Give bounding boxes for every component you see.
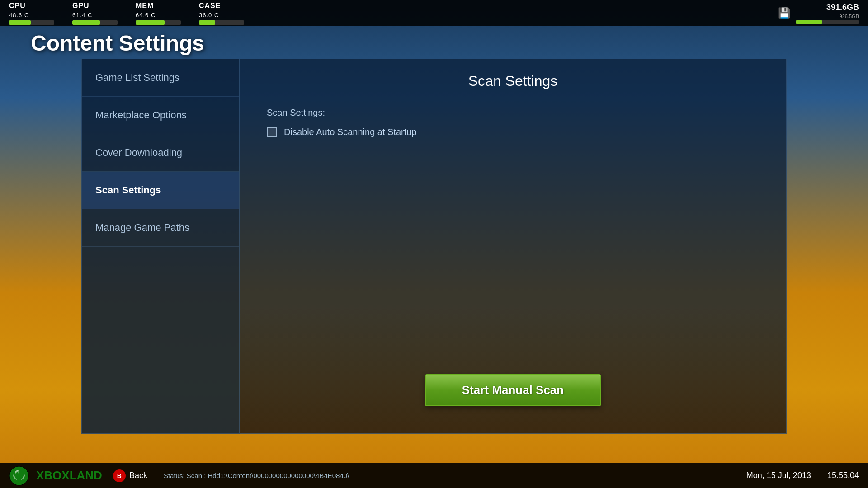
- top-bar: CPU 48.6 C GPU 61.4 C MEM 64.6 C CASE 36…: [0, 0, 868, 26]
- cpu-stat: CPU 48.6 C: [9, 2, 54, 25]
- sidebar-item-scan-settings[interactable]: Scan Settings: [82, 172, 239, 209]
- right-panel: Scan Settings Scan Settings: Disable Aut…: [240, 59, 787, 434]
- case-stat: CASE 36.0 C: [199, 2, 244, 25]
- mem-label: MEM: [136, 2, 181, 10]
- cpu-bar: [9, 20, 31, 25]
- main-container: Game List Settings Marketplace Options C…: [81, 59, 787, 434]
- bottom-bar: XBOXLAND B Back Status: Scan : Hdd1:\Con…: [0, 463, 868, 488]
- storage-section: 💾 391.6GB 926.5GB: [778, 3, 859, 24]
- gpu-bar-container: [72, 20, 118, 25]
- mem-stat: MEM 64.6 C: [136, 2, 181, 25]
- sidebar-item-game-list-settings[interactable]: Game List Settings: [82, 59, 239, 97]
- gpu-stat: GPU 61.4 C: [72, 2, 118, 25]
- storage-sub: 926.5GB: [796, 14, 859, 19]
- sidebar-item-manage-game-paths[interactable]: Manage Game Paths: [82, 209, 239, 247]
- status-text: Status: Scan : Hdd1:\Content\00000000000…: [164, 472, 739, 479]
- b-button-icon: B: [113, 469, 126, 482]
- cpu-label: CPU: [9, 2, 54, 10]
- xbox-logo-icon: [9, 466, 29, 486]
- date-display: Mon, 15 Jul, 2013: [746, 471, 811, 480]
- brand-text: XBOXLAND: [36, 469, 102, 483]
- page-title: Content Settings: [31, 31, 204, 56]
- case-bar-container: [199, 20, 244, 25]
- back-button[interactable]: B Back: [113, 469, 147, 482]
- gpu-label: GPU: [72, 2, 118, 10]
- disable-autoscan-checkbox[interactable]: [267, 127, 277, 137]
- storage-icon: 💾: [778, 7, 790, 19]
- storage-bar-container: [796, 20, 859, 24]
- gpu-bar: [72, 20, 100, 25]
- mem-temp: 64.6 C: [136, 12, 181, 19]
- back-label: Back: [129, 471, 147, 480]
- storage-bar: [796, 20, 822, 24]
- checkbox-row: Disable Auto Scanning at Startup: [267, 127, 759, 137]
- mem-bar: [136, 20, 165, 25]
- left-panel: Game List Settings Marketplace Options C…: [81, 59, 240, 434]
- storage-info: 391.6GB 926.5GB: [796, 3, 859, 24]
- case-bar: [199, 20, 215, 25]
- cpu-bar-container: [9, 20, 54, 25]
- cpu-temp: 48.6 C: [9, 12, 54, 19]
- case-label: CASE: [199, 2, 244, 10]
- time-display: 15:55:04: [827, 471, 859, 480]
- start-manual-scan-button[interactable]: Start Manual Scan: [425, 374, 601, 406]
- gpu-temp: 61.4 C: [72, 12, 118, 19]
- storage-size: 391.6GB: [796, 3, 859, 12]
- sidebar-item-cover-downloading[interactable]: Cover Downloading: [82, 134, 239, 172]
- disable-autoscan-label: Disable Auto Scanning at Startup: [284, 127, 417, 137]
- settings-label: Scan Settings:: [267, 108, 759, 118]
- case-temp: 36.0 C: [199, 12, 244, 19]
- mem-bar-container: [136, 20, 181, 25]
- sidebar-item-marketplace-options[interactable]: Marketplace Options: [82, 97, 239, 134]
- scan-button-container: Start Manual Scan: [425, 374, 601, 406]
- panel-title: Scan Settings: [240, 59, 786, 99]
